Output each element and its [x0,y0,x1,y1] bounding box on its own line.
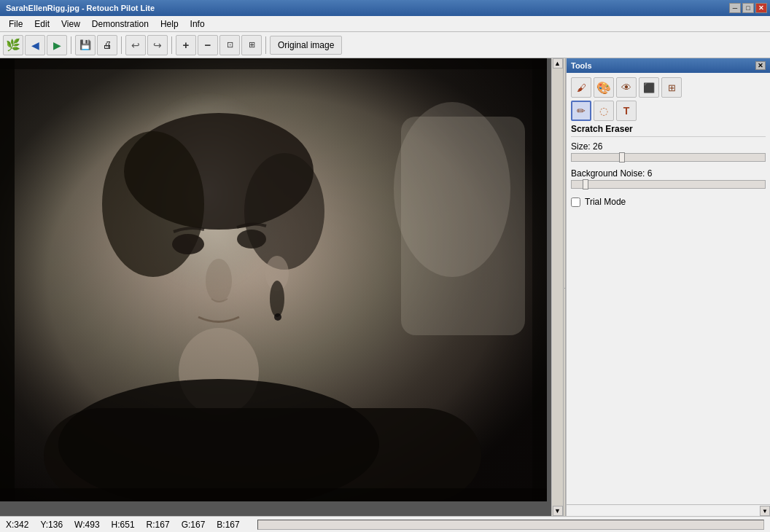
text-tool[interactable]: T [616,101,637,121]
g-value: G:167 [182,520,206,530]
clone-tool[interactable]: 👁 [616,77,637,98]
patch-tool[interactable]: ⬛ [639,77,659,98]
size-slider[interactable] [571,153,766,162]
tool-row-2: ✏ ◌ T [571,101,766,121]
svg-rect-13 [0,58,15,501]
tools-title: Tools [571,61,592,70]
scratch-eraser-tool[interactable]: ✏ [571,101,591,121]
g-label: G: [182,520,191,530]
x-value: 342 [14,520,28,530]
svg-point-10 [237,230,266,249]
svg-point-9 [172,234,204,254]
save-button[interactable]: 💾 [75,35,96,55]
bg-noise-slider[interactable] [571,180,766,189]
grid-tool[interactable]: ⊞ [661,77,682,98]
window-controls: ─ □ ✕ [729,3,767,13]
svg-point-5 [244,153,324,270]
size-slider-container [571,153,766,164]
svg-point-18 [394,102,510,277]
photo-canvas [0,58,547,501]
g-val: 167 [190,520,205,530]
trial-mode-label: Trial Mode [585,197,626,207]
tools-header: Tools ✕ [567,58,770,73]
menu-info[interactable]: Info [184,17,211,31]
photo-svg [0,58,547,501]
main-area: ▲ ▼ ··· Tools ✕ 🖌 🎨 👁 ⬛ ⊞ ✏ ◌ T [0,58,770,516]
x-label: X: [6,520,14,530]
sep-1 [71,36,71,54]
zoom-fit-button[interactable]: ⊡ [219,35,240,55]
tool-section-title: Scratch Eraser [571,124,766,137]
svg-rect-14 [532,58,547,501]
menu-file[interactable]: File [3,17,28,31]
menu-demonstration[interactable]: Demonstration [86,17,155,31]
title-bar: SarahEllenRigg.jpg - Retouch Pilot Lite … [0,0,770,16]
w-label: W: [74,520,85,530]
restore-button[interactable]: □ [742,3,754,13]
tools-content: 🖌 🎨 👁 ⬛ ⊞ ✏ ◌ T Scratch Eraser Size: 26 … [567,73,770,504]
b-val: 167 [225,520,240,530]
redo-button[interactable]: ↪ [147,35,168,55]
toolbar: 🌿 ◀ ▶ 💾 🖨 ↩ ↪ + − ⊡ ⊞ Original image [0,32,770,58]
r-label: R: [147,520,155,530]
trial-mode-checkbox[interactable] [571,197,580,207]
menu-help[interactable]: Help [155,17,184,31]
svg-rect-16 [0,488,547,501]
bg-noise-label: Background Noise: 6 [571,168,766,179]
window-title: SarahEllenRigg.jpg - Retouch Pilot Lite [3,4,155,12]
b-label: B: [217,520,225,530]
trial-mode-row: Trial Mode [571,197,766,207]
sep-3 [171,36,172,54]
size-label: Size: 26 [571,141,766,152]
original-image-button[interactable]: Original image [270,36,342,55]
svg-rect-15 [0,58,547,69]
sep-2 [121,36,122,54]
svg-point-19 [270,281,284,317]
zoom-actual-button[interactable]: ⊞ [241,35,262,55]
tools-scroll-down[interactable]: ▼ [760,506,770,516]
canvas-area[interactable] [0,58,551,516]
status-bar: X:342 Y:136 W:493 H:651 R:167 G:167 B:16… [0,516,770,532]
y-coord: Y:136 [40,520,63,530]
blur-tool[interactable]: ◌ [594,101,614,121]
scroll-down-arrow[interactable]: ▼ [553,506,563,516]
forward-button[interactable]: ▶ [47,35,67,55]
h-label: H: [112,520,120,530]
tools-close-button[interactable]: ✕ [755,61,766,70]
zoom-in-button[interactable]: + [176,35,196,55]
tool-row-1: 🖌 🎨 👁 ⬛ ⊞ [571,77,766,98]
y-label: Y: [40,520,48,530]
svg-point-20 [274,313,281,321]
back-button[interactable]: ◀ [25,35,45,55]
menu-view[interactable]: View [55,17,86,31]
sep-4 [265,36,266,54]
new-button[interactable]: 🌿 [3,35,23,55]
w-val: 493 [85,520,100,530]
color-replace-tool[interactable]: 🎨 [594,77,614,98]
divider-grip: ··· [561,287,567,288]
y-value: 136 [48,520,63,530]
w-value: W:493 [74,520,99,530]
svg-point-4 [102,131,204,277]
b-value: B:167 [217,520,239,530]
print-button[interactable]: 🖨 [97,35,117,55]
tools-panel: Tools ✕ 🖌 🎨 👁 ⬛ ⊞ ✏ ◌ T Scratch Eraser S… [566,58,770,516]
h-val: 651 [120,520,135,530]
minimize-button[interactable]: ─ [729,3,741,13]
brush-tool[interactable]: 🖌 [571,77,591,98]
h-value: H:651 [112,520,135,530]
close-button[interactable]: ✕ [755,3,767,13]
zoom-out-button[interactable]: − [198,35,218,55]
menu-bar: File Edit View Demonstration Help Info [0,16,770,32]
scroll-up-arrow[interactable]: ▲ [553,58,563,69]
r-val: 167 [155,520,170,530]
tools-scroll-bottom: ▼ [567,504,770,516]
bg-noise-slider-container [571,180,766,191]
menu-edit[interactable]: Edit [28,17,55,31]
x-coord: X:342 [6,520,28,530]
svg-point-11 [206,259,232,302]
progress-bar [257,520,764,530]
r-value: R:167 [147,520,170,530]
undo-button[interactable]: ↩ [125,35,146,55]
